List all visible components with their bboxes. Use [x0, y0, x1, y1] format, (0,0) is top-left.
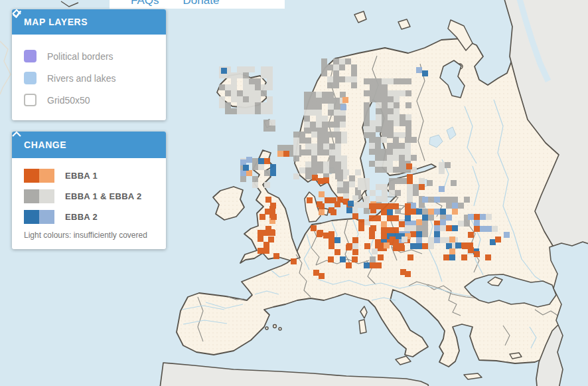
change-panel-header[interactable]: CHANGE — [12, 132, 166, 158]
atlas-cell — [405, 78, 411, 84]
atlas-cell — [221, 68, 227, 74]
atlas-cell — [304, 92, 310, 98]
atlas-cell — [375, 203, 381, 209]
atlas-cell — [434, 209, 440, 215]
atlas-cell — [387, 149, 393, 155]
atlas-cell — [364, 102, 370, 108]
legend-label: EBBA 2 — [65, 212, 98, 222]
atlas-cell — [422, 209, 428, 215]
atlas-cell — [343, 193, 349, 199]
atlas-cell — [369, 137, 375, 143]
atlas-cell — [328, 256, 334, 262]
atlas-cell — [243, 96, 249, 102]
atlas-cell — [474, 220, 480, 226]
atlas-cell — [394, 90, 400, 96]
grid50x50-checkbox[interactable] — [24, 94, 37, 106]
atlas-cell — [393, 137, 399, 143]
atlas-cell — [307, 197, 313, 203]
atlas-cell — [446, 197, 452, 203]
atlas-cell — [410, 243, 416, 249]
atlas-cell — [406, 163, 412, 169]
atlas-cell — [382, 120, 388, 126]
atlas-cell — [400, 78, 405, 84]
atlas-cell — [219, 84, 225, 90]
atlas-cell — [387, 215, 393, 221]
atlas-cell — [265, 226, 271, 232]
legend-row-ebba1: EBBA 1 — [24, 169, 154, 183]
atlas-cell — [364, 196, 370, 202]
atlas-cell — [340, 92, 346, 98]
atlas-cell — [440, 219, 446, 225]
atlas-cell — [341, 132, 347, 138]
atlas-cell — [257, 236, 263, 242]
atlas-cell — [422, 225, 428, 231]
atlas-cell — [311, 167, 317, 173]
atlas-cell — [261, 66, 267, 72]
atlas-cell — [439, 162, 445, 168]
atlas-cell — [310, 110, 316, 116]
rivers-and-lakes-checkbox[interactable] — [24, 72, 37, 84]
atlas-cell — [269, 120, 275, 126]
atlas-cell — [264, 158, 270, 164]
atlas-cell — [316, 98, 322, 104]
atlas-cell — [261, 102, 267, 108]
atlas-cell — [321, 64, 327, 70]
atlas-cell — [388, 102, 394, 108]
atlas-cell — [461, 254, 467, 260]
atlas-cell — [246, 157, 252, 163]
atlas-cell — [381, 161, 387, 167]
atlas-cell — [340, 122, 346, 128]
layer-label: Grid50x50 — [47, 95, 90, 106]
atlas-cell — [346, 244, 352, 250]
atlas-cell — [340, 104, 346, 110]
atlas-cell — [452, 203, 458, 209]
atlas-cell — [231, 78, 237, 84]
atlas-cell — [339, 58, 345, 64]
atlas-cell — [333, 58, 339, 64]
atlas-cell — [267, 72, 273, 78]
atlas-cell — [376, 90, 382, 96]
atlas-cell — [439, 168, 445, 174]
atlas-cell — [378, 242, 384, 248]
atlas-cell — [263, 126, 269, 132]
atlas-cell — [381, 167, 387, 173]
atlas-cell — [305, 173, 311, 179]
atlas-cell — [323, 138, 329, 144]
chevron-up-icon[interactable] — [12, 132, 21, 137]
atlas-cell — [351, 70, 357, 76]
atlas-cell — [422, 231, 428, 237]
layer-row-rivers-lakes: Rivers and lakes — [24, 67, 154, 89]
nav-link-donate[interactable]: Donate — [183, 0, 220, 9]
atlas-cell — [388, 108, 394, 114]
atlas-cell — [376, 184, 382, 190]
atlas-cell — [375, 149, 381, 155]
atlas-cell — [400, 90, 405, 96]
atlas-cell — [393, 155, 399, 161]
atlas-cell — [449, 237, 455, 242]
atlas-cell — [270, 203, 276, 209]
atlas-cell — [246, 170, 252, 176]
atlas-cell — [255, 96, 261, 102]
atlas-cell — [321, 70, 327, 76]
atlas-cell — [405, 215, 411, 221]
atlas-cell — [419, 202, 425, 208]
atlas-cell — [352, 213, 358, 219]
atlas-cell — [334, 122, 340, 128]
atlas-cell — [376, 84, 382, 90]
atlas-cell — [264, 170, 270, 176]
nav-link-faqs[interactable]: FAQs — [131, 0, 159, 9]
atlas-cell — [381, 221, 387, 227]
atlas-cell — [335, 155, 341, 161]
atlas-cell — [422, 197, 428, 203]
atlas-cell — [283, 151, 289, 157]
political-borders-checkbox[interactable] — [24, 50, 37, 62]
atlas-cell — [446, 225, 452, 231]
map-layers-panel-header[interactable]: MAP LAYERS — [12, 9, 166, 35]
ebba2-swatch — [24, 210, 54, 224]
atlas-cell — [369, 161, 375, 167]
atlas-cell — [259, 214, 265, 220]
atlas-cell — [304, 116, 310, 122]
atlas-cell — [381, 227, 387, 233]
atlas-cell — [405, 271, 411, 277]
atlas-cell — [376, 108, 382, 114]
